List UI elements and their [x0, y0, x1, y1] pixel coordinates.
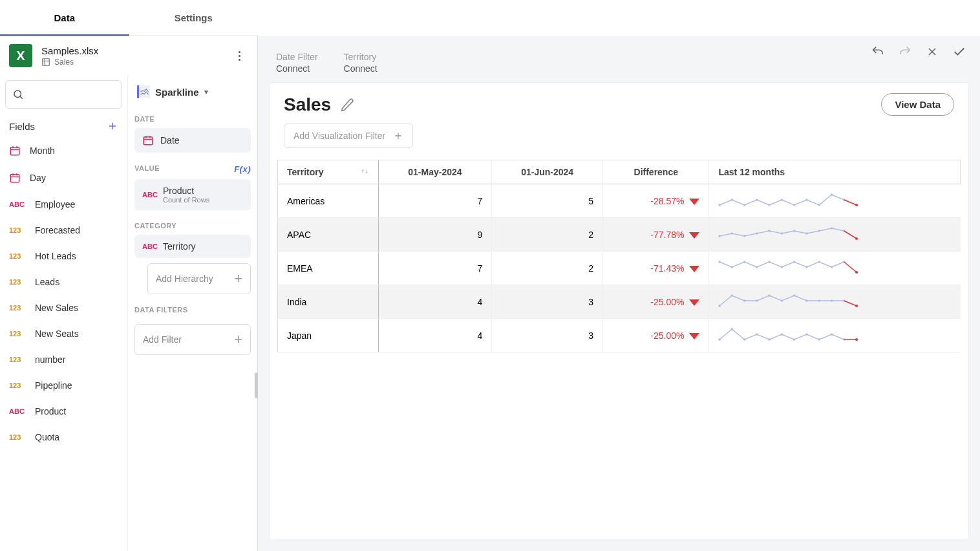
svg-point-33 [769, 261, 771, 263]
table-row: Americas75-28.57% [278, 184, 961, 218]
col-jun[interactable]: 01-Jun-2024 [492, 160, 603, 184]
visualization-label: Sparkline [155, 87, 199, 98]
data-source-menu-button[interactable] [231, 48, 247, 63]
search-icon [12, 89, 24, 100]
close-button[interactable] [924, 44, 940, 59]
svg-point-13 [818, 204, 821, 206]
sparkline-table: Territory 01-May-2024 01-Jun-2024 Differ… [277, 160, 961, 352]
tab-data[interactable]: Data [0, 0, 129, 36]
left-panel: X Samples.xlsx Sales Fields MonthDayAB [0, 36, 258, 551]
col-spark[interactable]: Last 12 months [709, 160, 961, 184]
svg-point-40 [855, 271, 858, 274]
value-section-label: VALUE [134, 164, 160, 172]
data-source-file: Samples.xlsx [41, 45, 222, 56]
visualization-picker[interactable]: Sparkline ▾ [134, 80, 251, 103]
editor-actions [870, 44, 967, 59]
field-item[interactable]: 123New Seats [5, 321, 122, 347]
calendar-icon [142, 135, 154, 146]
svg-point-32 [756, 266, 758, 268]
field-item[interactable]: 123New Sales [5, 295, 122, 321]
svg-point-14 [831, 193, 833, 196]
svg-point-58 [781, 333, 783, 336]
field-item[interactable]: 123Quota [5, 424, 122, 450]
add-visualization-filter[interactable]: Add Visualization Filter [284, 124, 413, 148]
svg-point-18 [731, 232, 734, 235]
date-section-label: DATE [134, 115, 251, 123]
down-trend-icon [689, 266, 699, 272]
svg-point-35 [793, 261, 796, 263]
svg-point-56 [756, 333, 758, 336]
add-hierarchy-slot[interactable]: Add Hierarchy + [147, 263, 251, 294]
undo-button[interactable] [870, 44, 886, 59]
sparkline-cell [709, 218, 961, 252]
dashboard-filter-date[interactable]: Date Filter Connect [276, 52, 318, 74]
svg-point-53 [719, 338, 721, 341]
fields-heading: Fields [9, 121, 35, 132]
svg-point-26 [831, 227, 833, 230]
plus-icon: + [234, 331, 242, 348]
svg-point-64 [855, 338, 858, 341]
field-item[interactable]: 123number [5, 347, 122, 373]
add-filter-slot[interactable]: Add Filter + [134, 324, 251, 355]
col-may[interactable]: 01-May-2024 [378, 160, 492, 184]
tab-settings[interactable]: Settings [129, 0, 259, 36]
fx-button[interactable]: F(x) [234, 164, 251, 174]
table-row: APAC92-77.78% [278, 218, 961, 252]
plus-icon [393, 131, 403, 141]
svg-rect-3 [10, 175, 19, 182]
search-input[interactable] [5, 80, 122, 109]
col-diff[interactable]: Difference [603, 160, 709, 184]
svg-point-19 [743, 235, 746, 237]
svg-point-46 [781, 299, 783, 302]
left-panel-tabs: Data Settings [0, 0, 258, 36]
visualization-card: Sales View Data Add Visualization Filter… [270, 83, 968, 539]
field-item[interactable]: 123Forecasted [5, 217, 122, 243]
svg-point-45 [769, 294, 771, 297]
field-item[interactable]: Month [5, 137, 122, 164]
svg-point-36 [806, 266, 809, 268]
svg-point-42 [731, 294, 734, 297]
value-field-pill[interactable]: ABC Product Count of Rows [134, 179, 251, 210]
date-field-pill[interactable]: Date [134, 128, 251, 153]
svg-point-17 [719, 235, 721, 237]
field-item[interactable]: ABCEmployee [5, 191, 122, 217]
plus-icon: + [234, 270, 242, 287]
svg-rect-0 [43, 58, 50, 65]
confirm-button[interactable] [952, 44, 967, 59]
sparkline-thumb-icon [137, 85, 150, 98]
col-territory[interactable]: Territory [278, 160, 379, 184]
svg-point-10 [781, 199, 783, 201]
field-item[interactable]: 123Hot Leads [5, 243, 122, 269]
down-trend-icon [689, 299, 699, 306]
svg-point-8 [756, 199, 758, 201]
add-field-button[interactable] [107, 120, 118, 132]
svg-point-50 [831, 299, 833, 302]
svg-point-9 [769, 204, 771, 206]
field-item[interactable]: ABCProduct [5, 398, 122, 424]
svg-point-28 [855, 237, 858, 240]
svg-point-7 [743, 204, 746, 206]
svg-point-55 [743, 338, 746, 341]
svg-point-60 [806, 333, 809, 336]
view-data-button[interactable]: View Data [881, 93, 954, 116]
svg-point-23 [793, 230, 796, 232]
svg-point-38 [831, 266, 833, 268]
field-item[interactable]: 123Pipepline [5, 373, 122, 398]
svg-point-24 [806, 232, 809, 235]
category-field-pill[interactable]: ABC Territory [134, 235, 251, 258]
edit-title-button[interactable] [340, 98, 354, 112]
down-trend-icon [689, 199, 699, 205]
svg-point-49 [818, 299, 821, 302]
dashboard-filter-territory[interactable]: Territory Connect [344, 52, 378, 74]
svg-point-59 [793, 338, 796, 341]
svg-point-21 [769, 230, 771, 232]
field-item[interactable]: Day [5, 164, 122, 191]
field-item[interactable]: 123Leads [5, 269, 122, 295]
svg-point-41 [719, 305, 721, 307]
redo-button[interactable] [897, 44, 913, 59]
svg-point-16 [855, 204, 858, 206]
canvas-area: Date Filter Connect Territory Connect Sa… [258, 36, 980, 551]
svg-rect-4 [144, 137, 153, 145]
config-column: Sparkline ▾ DATE Date VALUE F(x) ABC Pro… [128, 75, 257, 551]
svg-point-20 [756, 232, 758, 235]
